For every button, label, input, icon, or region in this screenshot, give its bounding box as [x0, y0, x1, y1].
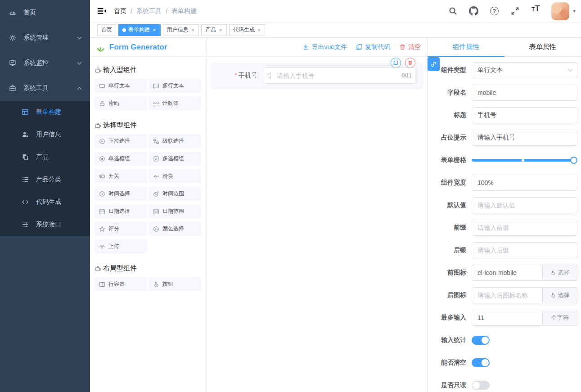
component-row-container[interactable]: 行容器	[95, 277, 147, 291]
component-type-select[interactable]	[472, 62, 577, 78]
section-input-components: 输入型组件	[95, 66, 201, 74]
sidebar-item-system-api[interactable]: 系统接口	[0, 213, 90, 236]
sidebar-item-home[interactable]: 首页	[0, 0, 90, 25]
field-label: 能否清空	[428, 359, 472, 367]
tag-close-icon[interactable]: ×	[218, 27, 223, 33]
sidebar-item-system-manage[interactable]: 系统管理	[0, 25, 90, 50]
readonly-switch[interactable]	[472, 381, 490, 390]
width-input[interactable]	[472, 175, 577, 191]
default-value-input[interactable]	[472, 197, 577, 213]
date-icon	[99, 208, 105, 215]
clearable-switch[interactable]	[472, 358, 490, 367]
component-button[interactable]: 按钮	[149, 277, 201, 291]
sidebar-toggle-icon[interactable]	[97, 7, 106, 15]
component-switch[interactable]: 开关	[95, 169, 147, 183]
user-menu[interactable]: ▾	[551, 2, 576, 20]
duplicate-item-button[interactable]	[391, 58, 401, 68]
component-checkbox-group[interactable]: 多选框组	[149, 152, 201, 166]
help-icon[interactable]: ?	[486, 4, 502, 19]
component-time-range[interactable]: 时间范围	[149, 187, 201, 201]
field-label: 表单栅格	[428, 156, 472, 164]
system-tools-submenu: 表单构建 用户信息 产品 产品分类	[0, 101, 90, 236]
component-password[interactable]: 密码	[95, 96, 147, 110]
component-slider[interactable]: 滑块	[149, 169, 201, 183]
chevron-up-icon	[77, 87, 82, 90]
caret-down-icon: ▾	[573, 8, 576, 14]
tab-form-props[interactable]: 表单属性	[504, 38, 581, 56]
component-counter[interactable]: 123 计数器	[149, 96, 201, 110]
suffix-icon-input[interactable]	[472, 287, 542, 303]
component-single-line-text[interactable]: 单行文本	[95, 79, 147, 93]
canvas-area[interactable]: *手机号 0/11	[207, 57, 427, 392]
switch-knob	[473, 382, 480, 389]
field-label: 组件宽度	[428, 179, 472, 187]
component-date-picker[interactable]: 日期选择	[95, 204, 147, 218]
component-time-picker[interactable]: 时间选择	[95, 187, 147, 201]
slider-handle[interactable]	[570, 157, 577, 164]
delete-item-button[interactable]	[405, 58, 415, 68]
component-upload[interactable]: 上传	[95, 239, 147, 253]
sidebar-item-product-category[interactable]: 产品分类	[0, 168, 90, 191]
copy-code-button[interactable]: 复制代码	[356, 43, 390, 51]
field-label: 前图标	[428, 269, 472, 277]
form-build-icon	[22, 108, 29, 116]
field-label: 前缀	[428, 224, 472, 232]
component-rate[interactable]: 评分	[95, 222, 147, 236]
breadcrumb-system-tools: 系统工具	[136, 7, 162, 15]
tab-component-props[interactable]: 组件属性	[428, 38, 504, 56]
export-vue-button[interactable]: 导出vue文件	[302, 43, 347, 51]
component-select[interactable]: 下拉选择	[95, 134, 147, 148]
sidebar-item-user-info[interactable]: 用户信息	[0, 123, 90, 146]
prefix-icon-input[interactable]	[472, 265, 542, 281]
breadcrumb: 首页 / 系统工具 / 表单构建	[114, 7, 197, 15]
clear-button[interactable]: 清空	[399, 43, 421, 51]
component-color-picker[interactable]: 颜色选择	[149, 222, 201, 236]
suffix-icon-select-button[interactable]: 选择	[542, 287, 577, 303]
api-icon	[22, 221, 29, 228]
search-icon[interactable]	[445, 4, 460, 19]
suffix-input[interactable]	[472, 242, 577, 258]
mobile-preview-input[interactable]	[263, 68, 415, 84]
github-icon[interactable]	[466, 4, 481, 19]
tag-form-builder[interactable]: 表单构建 ×	[118, 24, 161, 36]
max-length-input[interactable]	[472, 310, 542, 326]
breadcrumb-separator: /	[131, 8, 132, 15]
tag-user-info[interactable]: 用户信息 ×	[163, 24, 199, 36]
tag-code-gen[interactable]: 代码生成 ×	[229, 24, 266, 36]
fullscreen-icon[interactable]	[507, 4, 522, 19]
sidebar-item-label: 系统工具	[23, 84, 49, 92]
drawing-board: 导出vue文件 复制代码 清空	[207, 38, 428, 392]
leaf-logo-icon	[95, 42, 106, 52]
sidebar-item-code-gen[interactable]: 代码生成	[0, 191, 90, 213]
logo-title: Form Generator	[109, 43, 167, 52]
placeholder-input[interactable]	[472, 130, 577, 146]
form-grid-slider[interactable]	[472, 152, 576, 168]
font-size-icon[interactable]: TT	[528, 4, 543, 19]
component-textarea[interactable]: 多行文本	[149, 79, 201, 93]
tag-close-icon[interactable]: ×	[152, 27, 157, 33]
sidebar-item-product[interactable]: 产品	[0, 146, 90, 168]
tag-product[interactable]: 产品 ×	[201, 24, 227, 36]
canvas-toolbar: 导出vue文件 复制代码 清空	[207, 38, 427, 57]
field-name-input[interactable]	[472, 85, 577, 101]
prefix-input[interactable]	[472, 220, 577, 236]
title-input[interactable]	[472, 107, 577, 123]
sidebar-item-form-builder[interactable]: 表单构建	[0, 101, 90, 123]
sidebar-item-system-monitor[interactable]: 系统监控	[0, 50, 90, 76]
component-date-range[interactable]: 日期范围	[149, 204, 201, 218]
doc-link-icon[interactable]	[428, 57, 440, 71]
password-icon	[99, 100, 105, 107]
breadcrumb-home[interactable]: 首页	[114, 7, 126, 15]
tag-close-icon[interactable]: ×	[191, 27, 195, 33]
tag-close-icon[interactable]: ×	[257, 27, 261, 33]
color-palette-icon	[153, 226, 159, 232]
cascader-icon	[153, 138, 159, 144]
top-navbar: 首页 / 系统工具 / 表单构建 ? T	[90, 0, 581, 23]
input-stats-switch[interactable]	[472, 336, 490, 345]
prefix-icon-select-button[interactable]: 选择	[542, 265, 577, 281]
component-cascader[interactable]: 级联选择	[149, 134, 201, 148]
sidebar-item-system-tools[interactable]: 系统工具	[0, 76, 90, 101]
component-radio-group[interactable]: 单选框组	[95, 152, 147, 166]
tag-home[interactable]: 首页	[97, 24, 116, 36]
sidebar-item-label: 产品分类	[36, 176, 61, 184]
